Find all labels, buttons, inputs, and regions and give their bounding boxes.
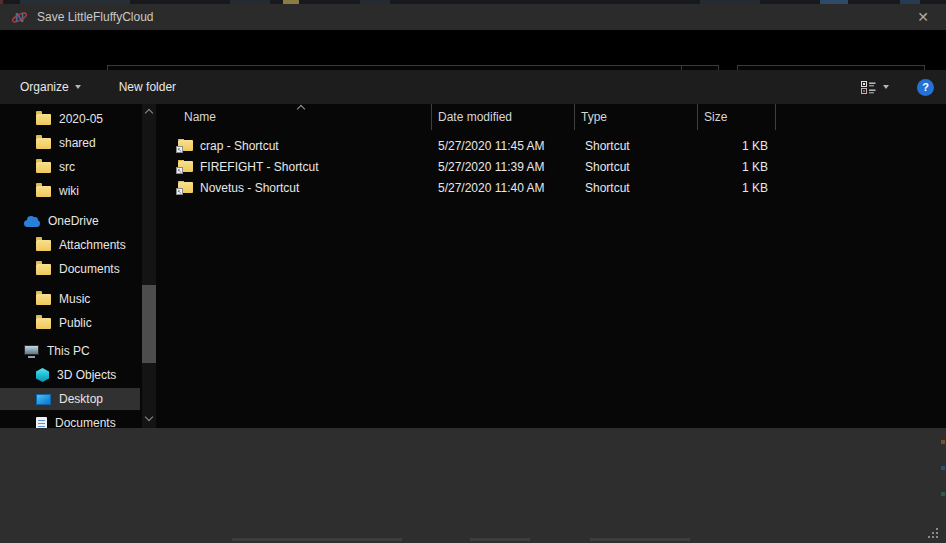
file-row-novetus-shortcut[interactable]: ↖Novetus - Shortcut5/27/2020 11:40 AMSho… [160,177,946,198]
navigation-pane: 2020-05sharedsrcwikiOneDriveAttachmentsD… [0,104,158,428]
file-date: 5/27/2020 11:45 AM [432,139,575,153]
file-size: 1 KB [698,160,776,174]
sidebar-item-wiki[interactable]: wiki [0,180,140,202]
organize-label: Organize [20,80,69,94]
file-type: Shortcut [575,160,698,174]
sidebar-item-attachments[interactable]: Attachments [0,234,140,256]
change-view-button[interactable] [861,81,889,94]
sort-ascending-icon [297,105,305,113]
scroll-up-icon[interactable] [145,109,153,117]
shortcut-folder-icon: ↖ [178,161,193,172]
window-title: Save LittleFluffyCloud [37,10,154,24]
sidebar-item-public[interactable]: Public [0,312,140,334]
sidebar-item-label: 2020-05 [59,112,103,126]
sidebar-item-onedrive[interactable]: OneDrive [0,210,140,232]
file-name: crap - Shortcut [200,139,279,153]
desktop-peek-pixel [941,440,945,444]
desktop-peek-pixel [941,492,945,496]
sidebar-item-src[interactable]: src [0,156,140,178]
file-type: Shortcut [575,139,698,153]
desktop-peek-pixel [941,466,945,470]
sidebar-item-label: This PC [47,344,90,358]
folder-icon [36,294,51,305]
column-header-label: Size [698,110,727,124]
folder-icon [36,186,51,197]
file-list: NameDate modifiedTypeSize ↖crap - Shortc… [160,104,946,428]
folder-icon [36,114,51,125]
sidebar-item-this-pc[interactable]: This PC [0,340,140,362]
folder-icon [36,138,51,149]
file-name: FIREFIGHT - Shortcut [200,160,318,174]
command-toolbar: Organize New folder ? [0,70,946,104]
sidebar-item-label: 3D Objects [57,368,116,382]
sidebar-item-label: Public [59,316,92,330]
file-name: Novetus - Shortcut [200,181,299,195]
folder-icon [36,318,51,329]
caret-down-icon [75,85,81,89]
main-area: 2020-05sharedsrcwikiOneDriveAttachmentsD… [0,104,946,428]
column-header-size[interactable]: Size [698,104,776,130]
navigation-bar: ← → ↑ This PC Desktop ↻ Search Desktop [0,30,946,70]
sidebar-item-label: Attachments [59,238,126,252]
sidebar-item-label: OneDrive [48,214,99,228]
column-header-name[interactable]: Name [160,104,432,130]
desktop-icon [36,394,51,405]
sidebar-item-label: Documents [59,262,120,276]
sidebar-item-desktop[interactable]: Desktop [0,388,140,410]
close-icon[interactable]: ✕ [908,4,938,30]
save-dialog: N Save LittleFluffyCloud ✕ ← → ↑ This PC… [0,0,946,543]
sidebar-scrollbar[interactable] [142,104,156,428]
remnant-fragment [590,538,690,541]
resize-grip[interactable] [928,528,940,540]
shortcut-folder-icon: ↖ [178,182,193,193]
file-row-crap-shortcut[interactable]: ↖crap - Shortcut5/27/2020 11:45 AMShortc… [160,135,946,156]
shortcut-folder-icon: ↖ [178,140,193,151]
sidebar-item-documents[interactable]: Documents [0,258,140,280]
sidebar-item-label: Desktop [59,392,103,406]
toolbar-right-group: ? [861,70,934,104]
scrollbar-thumb[interactable] [142,285,156,363]
cloud-icon [24,220,40,227]
remnant-fragment [232,538,402,541]
list-header: NameDate modifiedTypeSize [160,104,776,130]
column-header-label: Type [575,110,607,124]
pc-icon [24,345,39,355]
novetus-app-icon: N [11,9,28,26]
sidebar-item-label: shared [59,136,96,150]
file-type: Shortcut [575,181,698,195]
folder-icon [36,240,51,251]
caret-down-icon [883,85,889,89]
file-date: 5/27/2020 11:40 AM [432,181,575,195]
background-window-remnant-bottom [0,536,946,543]
column-header-type[interactable]: Type [575,104,698,130]
column-header-date-modified[interactable]: Date modified [432,104,575,130]
sidebar-item-label: wiki [59,184,79,198]
help-button[interactable]: ? [917,79,934,96]
file-date: 5/27/2020 11:39 AM [432,160,575,174]
shortcut-arrow-icon: ↖ [176,146,183,153]
details-view-icon [861,81,876,94]
file-row-firefight-shortcut[interactable]: ↖FIREFIGHT - Shortcut5/27/2020 11:39 AMS… [160,156,946,177]
sidebar-item-3d-objects[interactable]: 3D Objects [0,364,140,386]
sidebar-item-music[interactable]: Music [0,288,140,310]
sidebar-item-shared[interactable]: shared [0,132,140,154]
cube-icon [36,368,49,382]
sidebar-item-2020-05[interactable]: 2020-05 [0,108,140,130]
column-header-label: Name [160,110,216,124]
folder-icon [36,162,51,173]
new-folder-button[interactable]: New folder [119,80,176,94]
list-rows: ↖crap - Shortcut5/27/2020 11:45 AMShortc… [160,135,946,198]
scroll-down-icon[interactable] [145,413,153,421]
new-folder-label: New folder [119,80,176,94]
sidebar-item-label: Music [59,292,90,306]
column-header-label: Date modified [432,110,512,124]
folder-icon [36,264,51,275]
organize-button[interactable]: Organize [20,80,81,94]
footer-panel: File name: LittleFluffyCloud.rbxm Save a… [0,428,946,543]
shortcut-arrow-icon: ↖ [176,167,183,174]
sidebar-item-label: src [59,160,75,174]
remnant-fragment [470,538,530,541]
shortcut-arrow-icon: ↖ [176,188,183,195]
file-size: 1 KB [698,139,776,153]
titlebar: N Save LittleFluffyCloud ✕ [0,4,946,30]
